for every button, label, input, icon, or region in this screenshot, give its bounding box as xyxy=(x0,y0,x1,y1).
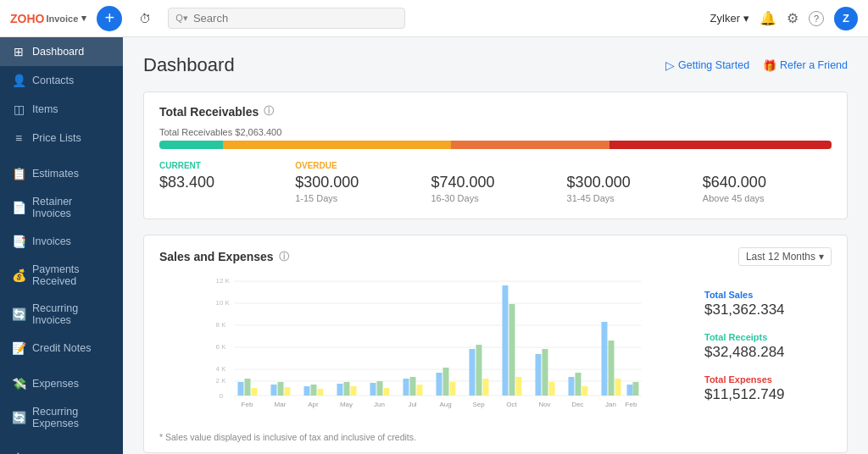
sidebar-label-invoices: Invoices xyxy=(32,235,71,247)
progress-label: Total Receivables $2,063.400 xyxy=(159,127,832,137)
user-chevron: ▾ xyxy=(743,12,749,25)
search-dropdown-icon[interactable]: Q▾ xyxy=(175,13,188,24)
bar-oct16-sales xyxy=(503,285,509,396)
sidebar-item-dashboard[interactable]: ⊞ Dashboard xyxy=(0,37,123,66)
total-receivables-card: Total Receivables ⓘ Total Receivables $2… xyxy=(143,91,848,219)
invoices-icon: 📑 xyxy=(12,235,25,248)
chart-svg-container: 12 K 10 K 8 K 6 K 4 K 2 K 0 xyxy=(159,273,682,408)
sales-info-icon[interactable]: ⓘ xyxy=(279,250,289,264)
sidebar-label-retainer: Retainer Invoices xyxy=(32,196,111,219)
progress-overdue-30 xyxy=(451,141,609,149)
chart-filter-dropdown[interactable]: Last 12 Months ▾ xyxy=(738,247,832,266)
bar-dec16-sales xyxy=(569,377,575,396)
svg-text:2016: 2016 xyxy=(405,407,420,408)
svg-text:2 K: 2 K xyxy=(216,377,227,385)
svg-text:2016: 2016 xyxy=(372,407,387,408)
sidebar-item-price-lists[interactable]: ≡ Price Lists xyxy=(0,124,123,152)
recv-col5: . $640.000 Above 45 days xyxy=(696,161,832,203)
recv-col4-days: 31-45 Days xyxy=(567,193,689,203)
progress-bar xyxy=(159,141,832,149)
svg-text:2016: 2016 xyxy=(537,407,553,408)
nav-right: Zylker ▾ 🔔 ⚙ ? Z xyxy=(710,7,858,30)
progress-overdue-15 xyxy=(223,141,451,149)
settings-icon[interactable]: ⚙ xyxy=(787,10,798,26)
notification-icon[interactable]: 🔔 xyxy=(760,10,776,26)
legend-expenses-label: Total Expenses xyxy=(704,374,823,385)
bar-oct16-expenses xyxy=(516,377,522,396)
bar-feb16-sales xyxy=(238,382,244,396)
legend-sales-label: Total Sales xyxy=(704,290,823,300)
add-button[interactable]: + xyxy=(97,6,122,31)
logo-chevron[interactable]: ▾ xyxy=(81,13,86,24)
help-icon[interactable]: ? xyxy=(809,11,824,26)
sidebar-label-payments: Payments Received xyxy=(32,263,111,287)
sidebar-item-contacts[interactable]: 👤 Contacts xyxy=(0,66,123,95)
sidebar-label-items: Items xyxy=(32,103,58,115)
getting-started-link[interactable]: ▷ Getting Started xyxy=(665,58,749,72)
bar-may16-expenses xyxy=(351,386,357,396)
sidebar-item-items[interactable]: ◫ Items xyxy=(0,95,123,124)
sidebar: ⊞ Dashboard 👤 Contacts ◫ Items ≡ Price L… xyxy=(0,37,123,454)
credit-notes-icon: 📝 xyxy=(12,341,25,355)
search-input[interactable] xyxy=(193,12,398,25)
bar-dec16-receipts xyxy=(576,373,581,396)
page-header: Dashboard ▷ Getting Started 🎁 Refer a Fr… xyxy=(143,54,848,76)
sidebar-item-payments[interactable]: 💰 Payments Received xyxy=(0,256,123,295)
bar-nov16-sales xyxy=(536,354,542,396)
recv-col3-label: . xyxy=(431,161,553,170)
recv-overdue-col: OVERDUE $300.000 1-15 Days xyxy=(288,161,424,203)
sidebar-item-timesheet[interactable]: ⏱ Timesheet xyxy=(0,444,123,454)
main-content: Dashboard ▷ Getting Started 🎁 Refer a Fr… xyxy=(123,37,868,454)
user-menu[interactable]: Zylker ▾ xyxy=(710,12,749,25)
svg-text:0: 0 xyxy=(220,392,224,400)
svg-text:2016: 2016 xyxy=(273,407,288,408)
bar-feb17-receipts xyxy=(633,382,639,396)
contacts-icon: 👤 xyxy=(12,74,25,87)
sidebar-label-price-lists: Price Lists xyxy=(32,132,81,144)
svg-text:6 K: 6 K xyxy=(216,343,227,351)
getting-started-label: Getting Started xyxy=(678,59,749,71)
svg-text:2016: 2016 xyxy=(570,407,586,408)
expenses-icon: 💸 xyxy=(12,377,25,390)
sidebar-item-retainer-invoices[interactable]: 📄 Retainer Invoices xyxy=(0,188,123,227)
legend-expenses-value: $11,512.749 xyxy=(704,386,823,403)
sidebar-item-recurring-invoices[interactable]: 🔄 Recurring Invoices xyxy=(0,295,123,334)
bar-sep16-expenses xyxy=(483,379,489,396)
sidebar-item-invoices[interactable]: 📑 Invoices xyxy=(0,227,123,256)
recv-overdue-days: 1-15 Days xyxy=(295,193,417,203)
legend-total-receipts: Total Receipts $32,488.284 xyxy=(704,332,823,361)
sidebar-item-expenses[interactable]: 💸 Expenses xyxy=(0,369,123,398)
svg-text:4 K: 4 K xyxy=(216,365,227,373)
svg-text:2017: 2017 xyxy=(604,407,619,408)
chart-filter-chevron: ▾ xyxy=(819,251,824,263)
legend-total-sales: Total Sales $31,362.334 xyxy=(704,290,823,318)
zoho-logo: ZOHO xyxy=(10,12,44,25)
app-logo[interactable]: ZOHO Invoice ▾ xyxy=(10,12,86,25)
bar-sep16-sales xyxy=(470,349,476,396)
sales-title: Sales and Expenses ⓘ xyxy=(159,250,289,264)
user-avatar[interactable]: Z xyxy=(834,7,858,30)
sidebar-item-estimates[interactable]: 📋 Estimates xyxy=(0,159,123,188)
bar-mar16-receipts xyxy=(278,382,284,396)
bar-apr16-receipts xyxy=(311,385,317,396)
sidebar-label-credit-notes: Credit Notes xyxy=(32,342,91,354)
sidebar-item-recurring-expenses[interactable]: 🔄 Recurring Expenses xyxy=(0,398,123,437)
receivables-grid: CURRENT $83.400 OVERDUE $300.000 1-15 Da… xyxy=(144,149,847,219)
recv-col4-label: . xyxy=(567,161,689,170)
recv-col4-amount: $300.000 xyxy=(567,174,689,191)
invoice-logo: Invoice xyxy=(46,14,78,24)
recv-col3: . $740.000 16-30 Days xyxy=(424,161,559,203)
refer-friend-link[interactable]: 🎁 Refer a Friend xyxy=(763,59,848,72)
svg-text:2017: 2017 xyxy=(624,407,639,408)
bar-jun16-receipts xyxy=(377,381,383,396)
legend-receipts-label: Total Receipts xyxy=(704,332,823,342)
estimates-icon: 📋 xyxy=(12,167,25,180)
recv-current-label: CURRENT xyxy=(159,161,281,170)
history-button[interactable]: ⏱ xyxy=(132,6,158,31)
refer-friend-label: Refer a Friend xyxy=(780,59,848,71)
receivables-info-icon[interactable]: ⓘ xyxy=(264,104,274,119)
bar-aug16-expenses xyxy=(450,382,456,396)
receivables-progress: Total Receivables $2,063.400 xyxy=(144,119,847,149)
sidebar-item-credit-notes[interactable]: 📝 Credit Notes xyxy=(0,334,123,363)
recv-col5-days: Above 45 days xyxy=(703,193,825,203)
